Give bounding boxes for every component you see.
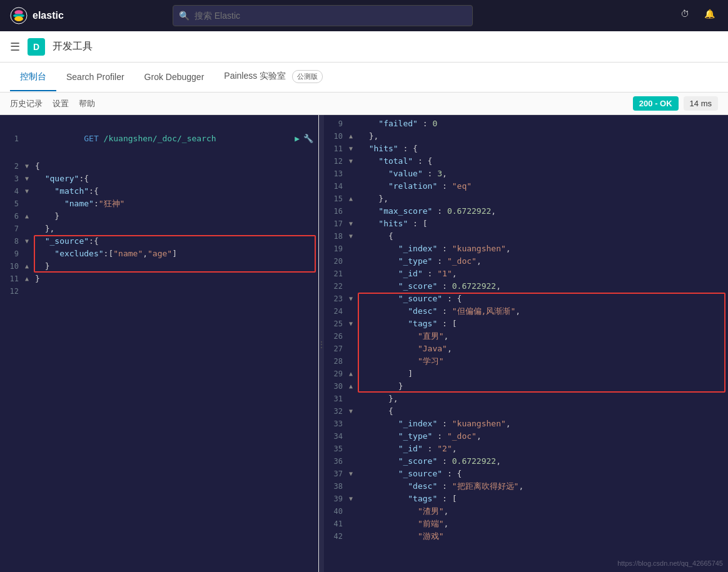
user-icon[interactable]: 🔔: [704, 9, 718, 23]
result-num-16: 16: [324, 205, 349, 218]
editor-line-7: 7 },: [0, 223, 318, 235]
line-num-5: 5: [0, 198, 25, 210]
line-arrow-10[interactable]: ▲: [25, 260, 35, 273]
elastic-logo-icon: [10, 7, 28, 24]
panel-splitter[interactable]: ⋮: [319, 115, 324, 572]
result-num-24: 24: [324, 305, 349, 318]
result-arrow-12[interactable]: ▼: [349, 155, 359, 168]
help-icon[interactable]: ⏱: [680, 9, 694, 23]
line-arrow-6[interactable]: ▲: [25, 210, 35, 223]
result-line-30: 30 ▲ }: [324, 380, 728, 393]
result-arrow-25[interactable]: ▼: [349, 318, 359, 330]
result-num-40: 40: [324, 505, 349, 518]
result-line-16: 16 "max_score" : 0.6722922,: [324, 205, 728, 218]
result-line-11: 11 ▼ "hits" : {: [324, 143, 728, 155]
editor-line-6: 6 ▲ }: [0, 210, 318, 223]
second-bar: ☰ D 开发工具: [0, 31, 728, 63]
result-num-32: 32: [324, 405, 349, 418]
line-num-9: 9: [0, 248, 25, 260]
result-content-36: "_score" : 0.6722922,: [359, 455, 728, 468]
result-num-34: 34: [324, 430, 349, 443]
result-line-14: 14 "relation" : "eq": [324, 180, 728, 193]
result-arrow-30[interactable]: ▲: [349, 380, 359, 393]
app-badge: D: [28, 38, 45, 56]
result-arrow-29[interactable]: ▲: [349, 368, 359, 380]
line-num-12: 12: [0, 285, 25, 298]
result-content-33: "_index" : "kuangshen",: [359, 418, 728, 430]
code-editor[interactable]: 1 GET /kuangshen/_doc/_search ▶ 🔧 2 ▼ { …: [0, 115, 318, 300]
result-content-32: {: [359, 405, 728, 418]
nav-right-icons: ⏱ 🔔: [680, 9, 718, 23]
result-line-24: 24 "desc" : "但偏偏,风渐渐",: [324, 305, 728, 318]
result-content-19: "_index" : "kuangshen",: [359, 243, 728, 255]
result-num-22: 22: [324, 280, 349, 293]
tab-grok-debugger[interactable]: Grok Debugger: [134, 64, 215, 91]
editor-line-2: 2 ▼ {: [0, 160, 318, 173]
line-num-2: 2: [0, 160, 25, 173]
run-icon[interactable]: ▶: [295, 133, 300, 145]
result-num-20: 20: [324, 255, 349, 268]
result-content-24: "desc" : "但偏偏,风渐渐",: [359, 305, 728, 318]
line-content-11: }: [35, 273, 318, 285]
result-content-15: },: [359, 193, 728, 205]
line-content-7: },: [35, 223, 318, 235]
result-arrow-17[interactable]: ▼: [349, 218, 359, 230]
beta-badge: 公测版: [292, 70, 323, 83]
result-content-17: "hits" : [: [359, 218, 728, 230]
result-line-39: 39 ▼ "tags" : [: [324, 493, 728, 505]
result-panel: 9 "failed" : 0 10 ▲ }, 11 ▼ "hits" : { 1…: [324, 115, 728, 572]
settings-button[interactable]: 设置: [53, 98, 69, 109]
result-editor: 9 "failed" : 0 10 ▲ }, 11 ▼ "hits" : { 1…: [324, 115, 728, 545]
search-input[interactable]: [173, 5, 473, 26]
result-arrow-37[interactable]: ▼: [349, 468, 359, 480]
result-num-13: 13: [324, 168, 349, 180]
top-navbar: elastic 🔍 ⏱ 🔔: [0, 0, 728, 31]
tab-painless[interactable]: Painless 实验室 公测版: [214, 63, 333, 92]
line-num-6: 6: [0, 210, 25, 223]
result-line-38: 38 "desc" : "把距离吹得好远",: [324, 480, 728, 493]
line-arrow-2[interactable]: ▼: [25, 160, 35, 173]
result-line-34: 34 "_type" : "_doc",: [324, 430, 728, 443]
result-arrow-11[interactable]: ▼: [349, 143, 359, 155]
result-num-9: 9: [324, 118, 349, 130]
editor-line-11: 11 ▲ }: [0, 273, 318, 285]
result-num-19: 19: [324, 243, 349, 255]
result-num-21: 21: [324, 268, 349, 280]
result-arrow-15[interactable]: ▲: [349, 193, 359, 205]
line-arrow-11[interactable]: ▲: [25, 273, 35, 285]
result-content-26: "直男",: [359, 330, 728, 343]
global-search[interactable]: 🔍: [173, 5, 473, 26]
result-content-38: "desc" : "把距离吹得好远",: [359, 480, 728, 493]
result-line-15: 15 ▲ },: [324, 193, 728, 205]
result-content-18: {: [359, 230, 728, 243]
result-arrow-39[interactable]: ▼: [349, 493, 359, 505]
result-arrow-18[interactable]: ▼: [349, 230, 359, 243]
url-action-icons: ▶ 🔧: [295, 133, 318, 145]
result-arrow-10[interactable]: ▲: [349, 130, 359, 143]
line-arrow-8[interactable]: ▼: [25, 235, 35, 248]
line-content-6: }: [35, 210, 318, 223]
result-arrow-32[interactable]: ▼: [349, 405, 359, 418]
tab-search-profiler[interactable]: Search Profiler: [56, 64, 134, 91]
line-arrow-4[interactable]: ▼: [25, 185, 35, 198]
result-content-12: "total" : {: [359, 155, 728, 168]
result-num-25: 25: [324, 318, 349, 330]
editor-line-1: 1 GET /kuangshen/_doc/_search ▶ 🔧: [0, 118, 318, 160]
result-arrow-23[interactable]: ▼: [349, 293, 359, 305]
result-num-35: 35: [324, 443, 349, 455]
line-content-2: {: [35, 160, 318, 173]
history-button[interactable]: 历史记录: [10, 98, 43, 109]
result-num-23: 23: [324, 293, 349, 305]
result-line-31: 31 },: [324, 393, 728, 405]
wrench-icon[interactable]: 🔧: [303, 133, 313, 145]
result-line-37: 37 ▼ "_source" : {: [324, 468, 728, 480]
result-content-23: "_source" : {: [359, 293, 728, 305]
result-line-12: 12 ▼ "total" : {: [324, 155, 728, 168]
line-arrow-3[interactable]: ▼: [25, 173, 35, 185]
tab-console[interactable]: 控制台: [10, 64, 56, 91]
help-button[interactable]: 帮助: [79, 98, 95, 109]
hamburger-icon[interactable]: ☰: [10, 40, 20, 54]
line-content-4: "match":{: [35, 185, 318, 198]
line-num-7: 7: [0, 223, 25, 235]
editor-line-9: 9 "excludes":["name","age"]: [0, 248, 318, 260]
